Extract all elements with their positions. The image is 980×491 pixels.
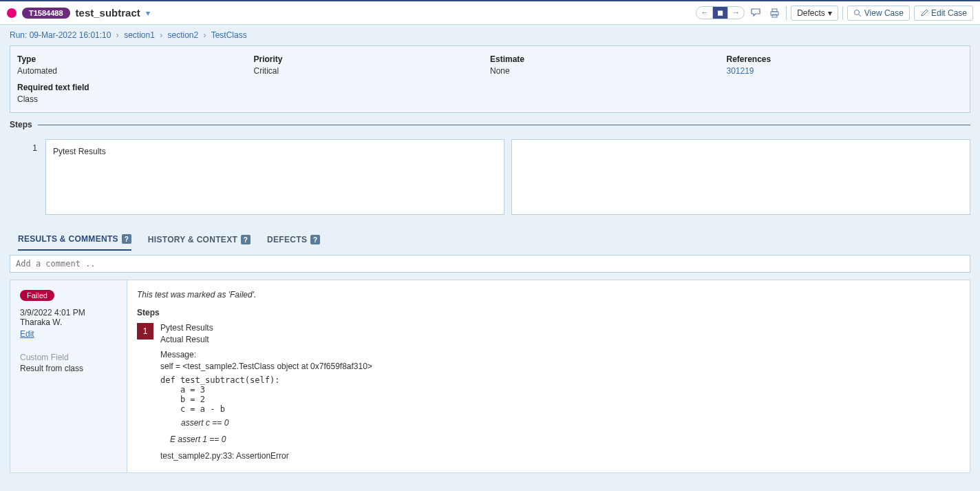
result-message-self: self = <test_sample2.TestClass object at… — [160, 362, 960, 371]
type-label: Type — [17, 54, 254, 64]
edit-result-link[interactable]: Edit — [20, 329, 34, 339]
view-case-button[interactable]: View Case — [847, 6, 910, 21]
type-value: Automated — [17, 66, 254, 76]
breadcrumb-class[interactable]: TestClass — [211, 30, 247, 40]
result-message-label: Message: — [160, 350, 960, 359]
print-icon[interactable] — [767, 8, 782, 18]
header: T1584488 test_subtract ▾ ← ◼ → Defects ▾… — [0, 0, 980, 25]
result-assert: assert c == 0 — [181, 418, 960, 428]
case-id-tag: T1584488 — [22, 8, 70, 19]
magnifier-icon — [853, 9, 862, 17]
required-field-value: Class — [17, 94, 963, 104]
step-number: 1 — [10, 139, 37, 215]
help-icon: ? — [310, 235, 320, 244]
breadcrumb-section1[interactable]: section1 — [124, 30, 155, 40]
status-dot-icon — [7, 8, 17, 18]
priority-label: Priority — [254, 54, 491, 64]
tab-results-comments[interactable]: RESULTS & COMMENTS? — [18, 229, 131, 251]
result-error-line: test_sample2.py:33: AssertionError — [160, 451, 960, 461]
result-step-number: 1 — [137, 323, 153, 339]
svg-line-4 — [859, 14, 861, 17]
case-title: test_subtract — [76, 7, 140, 19]
tab-defects[interactable]: DEFECTS? — [267, 229, 320, 251]
comment-input[interactable] — [10, 255, 970, 273]
step-row: 1 Pytest Results — [10, 139, 970, 215]
nav-prev-button[interactable]: ← — [696, 7, 713, 19]
references-label: References — [727, 54, 963, 64]
references-link[interactable]: 301219 — [727, 66, 754, 76]
estimate-label: Estimate — [490, 54, 727, 64]
steps-heading-row: Steps — [10, 120, 970, 129]
custom-field-value: Result from class — [20, 364, 117, 373]
feedback-icon[interactable] — [749, 8, 763, 17]
result-error-assert: E assert 1 == 0 — [170, 435, 960, 444]
separator — [842, 6, 843, 20]
edit-case-button[interactable]: Edit Case — [914, 6, 973, 21]
result-step-title: Pytest Results — [160, 323, 960, 333]
view-case-label: View Case — [864, 8, 904, 18]
breadcrumb-section2[interactable]: section2 — [168, 30, 199, 40]
steps-heading: Steps — [10, 120, 32, 129]
chevron-down-icon[interactable]: ▾ — [146, 8, 150, 18]
help-icon: ? — [241, 235, 251, 244]
svg-point-3 — [854, 10, 859, 14]
result-marked-text: This test was marked as 'Failed'. — [137, 290, 960, 300]
nav-next-button[interactable]: → — [728, 7, 744, 19]
tabs: RESULTS & COMMENTS? HISTORY & CONTEXT? D… — [8, 229, 980, 251]
edit-case-label: Edit Case — [931, 8, 967, 18]
chevron-down-icon: ▾ — [828, 8, 832, 18]
step-description: Pytest Results — [45, 139, 504, 215]
pencil-icon — [920, 9, 928, 17]
result-meta: 3/9/2022 4:01 PM Tharaka W. — [20, 308, 117, 327]
result-body: This test was marked as 'Failed'. Steps … — [127, 280, 970, 472]
defects-label: Defects — [797, 8, 825, 18]
result-steps-label: Steps — [137, 308, 960, 317]
status-badge: Failed — [20, 290, 54, 301]
custom-field-label: Custom Field — [20, 353, 117, 362]
estimate-value: None — [490, 66, 727, 76]
info-box: TypeAutomated PriorityCritical EstimateN… — [10, 45, 970, 113]
breadcrumb-run[interactable]: Run: 09-Mar-2022 16:01:10 — [10, 30, 111, 40]
defects-dropdown[interactable]: Defects ▾ — [791, 6, 838, 21]
tab-history-context[interactable]: HISTORY & CONTEXT? — [148, 229, 251, 251]
priority-value: Critical — [254, 66, 491, 76]
required-field-label: Required text field — [17, 83, 963, 92]
result-actual-label: Actual Result — [160, 335, 960, 344]
svg-rect-1 — [772, 9, 777, 12]
nav-prev-next: ← ◼ → — [696, 6, 745, 19]
step-expected — [511, 139, 970, 215]
separator — [786, 6, 787, 20]
breadcrumb: Run: 09-Mar-2022 16:01:10 › section1 › s… — [0, 25, 980, 45]
divider — [38, 125, 970, 125]
result-area: Failed 3/9/2022 4:01 PM Tharaka W. Edit … — [10, 280, 970, 473]
steps-area: 1 Pytest Results — [0, 129, 980, 229]
nav-stop-button[interactable]: ◼ — [713, 7, 728, 19]
result-code: def test_subtract(self): a = 3 b = 2 c =… — [160, 375, 960, 414]
help-icon: ? — [122, 234, 131, 244]
result-sidebar: Failed 3/9/2022 4:01 PM Tharaka W. Edit … — [10, 280, 127, 472]
